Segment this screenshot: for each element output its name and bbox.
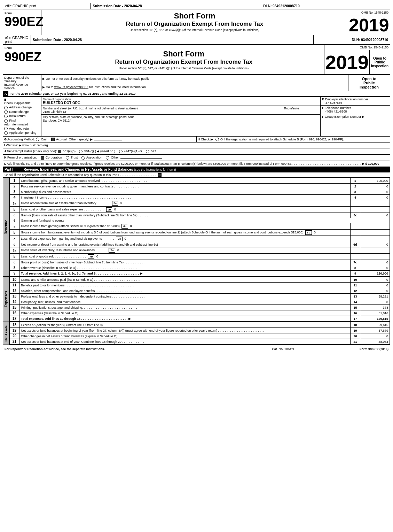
subtitle: Under section 501(c), 527, or 4947(a)(1)… <box>43 28 346 32</box>
exp-17-arrow: ▶ <box>128 317 131 321</box>
open-to-label: Open toPublicInspection <box>349 77 389 89</box>
na-18-desc: Excess or (deficit) for the year (Subtra… <box>19 322 351 328</box>
exp-10-value: 0 <box>360 277 390 283</box>
return-title: Return of Organization Exempt From Incom… <box>43 21 346 28</box>
efile-cell: efile GRAPHIC print <box>3 35 31 45</box>
exp-16-desc: Other expenses (describe in Schedule O) … <box>19 310 351 316</box>
phone-section: E Telephone number (408) 421-6808 <box>321 106 390 114</box>
501c-radio[interactable] <box>79 150 82 153</box>
top-header-table: efile GRAPHIC print Submission Date - 20… <box>3 35 390 45</box>
public: Public <box>371 60 388 64</box>
h-radio[interactable] <box>215 138 219 141</box>
accrual-checkbox[interactable] <box>51 138 55 141</box>
trust-radio[interactable] <box>66 156 69 160</box>
g-left: G Accounting Method: Cash Accrual Other … <box>3 136 197 142</box>
amended-return-radio[interactable] <box>4 127 8 130</box>
exp-12-num: 12 <box>10 288 19 294</box>
expenses-section: Expenses 10 Grants and similar amounts p… <box>3 277 390 322</box>
other-org-radio[interactable] <box>106 156 109 160</box>
exp-13-desc: Professional fees and other payments to … <box>19 294 351 299</box>
irs-link[interactable]: www.irs.gov/Form990EZ <box>54 85 88 89</box>
initial-return-radio[interactable] <box>4 115 8 118</box>
address-change-radio[interactable] <box>4 106 8 109</box>
corporation-checkbox[interactable] <box>41 156 44 160</box>
omb-cell: OMB No. 1545-1150 <box>324 45 390 50</box>
section-b-cell: B Check if applicable: Address change Na… <box>3 97 41 136</box>
short-form-heading: Short Form <box>45 49 323 59</box>
net-assets-lines-table: 18 Excess or (deficit) for the year (Sub… <box>9 322 390 345</box>
na-21-num-right: 21 <box>351 339 360 345</box>
association-radio[interactable] <box>81 156 85 160</box>
line-7a-value <box>360 247 390 254</box>
line-7b-num-right <box>351 254 360 260</box>
line-5b-text: Less: cost or other basis and sales expe… <box>21 208 104 211</box>
i-table: I Website: ▶ www.buildzero.org <box>3 142 390 148</box>
schedule-o-checkbox[interactable] <box>158 173 162 177</box>
line-6d-desc: Net income or (loss) from gaming and fun… <box>19 242 351 247</box>
exp-line-10: 10 Grants and similar amounts paid (list… <box>10 277 390 283</box>
line-9-row: 9 Total revenue. Add lines 1, 2, 3, 4, 5… <box>10 271 390 276</box>
line-4-desc: Investment income . . . . . . . . . . . … <box>19 195 351 200</box>
k-label: K <box>4 156 7 159</box>
cash-radio[interactable] <box>36 138 39 141</box>
dept-treasury: Department of the Treasury <box>4 76 40 83</box>
exp-13-num: 13 <box>10 294 19 299</box>
h-sub: O if the organization is not required to… <box>220 138 344 141</box>
other-org-label: Other <box>111 156 119 159</box>
line-8-value: 0 <box>360 265 390 271</box>
exp-17-desc: Total expenses. Add lines 10 through 16 … <box>19 316 351 322</box>
k-text: Form of organization: <box>7 156 37 159</box>
address-label: Number and street (or P.O. box, if mail … <box>43 107 284 110</box>
dept-service: Service <box>4 86 40 90</box>
g-right: H Check ▶ O if the organization is not r… <box>197 136 390 142</box>
line-9-num-right: 9 <box>351 271 360 276</box>
exp-15-desc: Printing, publications, postage, and shi… <box>19 305 351 310</box>
line-3-desc: Membership dues and assessments . . . . … <box>19 189 351 195</box>
name-change-radio[interactable] <box>4 110 8 114</box>
line-3-row: 3 Membership dues and assessments . . . … <box>10 189 390 195</box>
line-4-num-right: 4 <box>351 195 360 200</box>
na-19-num: 19 <box>10 328 19 333</box>
g-text: Accounting Method: <box>7 138 35 141</box>
form-number: 990EZ <box>5 15 40 28</box>
line-6c-value <box>360 236 390 242</box>
exp-14-num: 14 <box>10 299 19 305</box>
other-input[interactable] <box>94 140 122 140</box>
part1-header-table: Part I Revenue, Expenses, and Changes in… <box>3 167 390 172</box>
na-19-desc: Net assets or fund balances at beginning… <box>19 328 351 333</box>
year: 2019 <box>349 16 389 34</box>
schedule-o-row: Check if the organization used Schedule … <box>3 172 390 178</box>
line-9-text: Total revenue. Add lines 1, 2, 3, 4, 5c,… <box>21 272 139 275</box>
amended-return-label: Amended return <box>9 127 32 130</box>
line-5c-row: c Gain or (loss) from sale of assets oth… <box>10 213 390 218</box>
527-radio[interactable] <box>146 150 149 153</box>
corporation-span: Corporation <box>41 156 63 159</box>
exp-11-num: 11 <box>10 283 19 288</box>
ein-label: Employer identification number <box>325 98 368 101</box>
application-pending-radio[interactable] <box>4 131 8 135</box>
name-label: Name of organization <box>43 98 319 101</box>
other-org-span: Other <box>106 156 162 159</box>
group-label: Group Exemption Number <box>325 115 361 118</box>
na-18-text: Excess or (deficit) for the year (Subtra… <box>21 323 103 327</box>
form-label-small: Form <box>5 46 41 50</box>
right-header: OMB No. 1545-1150 2019 <box>348 10 390 35</box>
final-return-radio[interactable] <box>4 119 8 123</box>
net-assets-section: Net Assets 18 Excess or (deficit) for th… <box>3 322 390 345</box>
ein-value: 47-5037636 <box>322 101 388 105</box>
schedule-o-text: Check if the organization used Schedule … <box>5 173 156 177</box>
dept-row2: ▶ Go to www.irs.gov/Form990EZ for instru… <box>3 83 390 91</box>
exp-15-value: 378 <box>360 305 390 310</box>
line-2-desc: Program service revenue including govern… <box>19 184 351 189</box>
501c3-checkbox[interactable] <box>58 150 61 153</box>
note1-cell: ▶ Do not enter social security numbers o… <box>41 75 348 83</box>
under-section: Under section 501(c), 527, or 4947(a)(1)… <box>45 67 323 70</box>
other-org-input[interactable] <box>120 158 162 159</box>
submission-cell: Submission Date - 2020-04-28 <box>31 35 314 45</box>
l-table: L Add lines 5b, 6c, and 7b to line 9 to … <box>3 161 390 167</box>
expenses-label: Expenses <box>4 291 8 307</box>
footer-table: For Paperwork Reduction Act Notice, see … <box>3 346 390 352</box>
section-f-label: F Group Exemption Number ▶ <box>322 115 388 118</box>
exp-11-num-right: 11 <box>351 283 360 288</box>
4947-radio[interactable] <box>119 150 123 153</box>
